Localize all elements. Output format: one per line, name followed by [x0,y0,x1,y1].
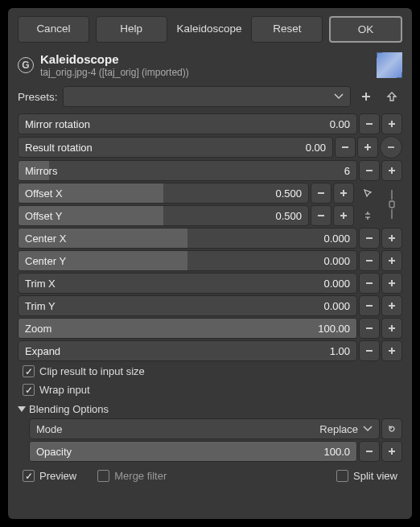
preset-manage-button[interactable] [381,86,402,107]
trim-x-label: Trim X [25,278,323,290]
offset-x-row: Offset X 0.500 [18,183,354,204]
merge-filter-label: Merge filter [114,470,167,482]
plus-button[interactable] [381,250,402,271]
minus-button[interactable] [311,205,331,226]
mirror-rotation-value: 0.00 [330,118,350,130]
offset-y-label: Offset Y [25,210,275,222]
dialog-title: Kaleidoscope [40,52,370,67]
expand-slider[interactable]: Expand 1.00 [18,340,357,361]
minus-button[interactable] [359,318,380,339]
trim-x-row: Trim X 0.000 [18,273,402,294]
plus-button[interactable] [381,295,402,316]
presets-row: Presets: [18,86,402,107]
header-text: Kaleidoscope taj_orig.jpg-4 ([taj_orig] … [40,52,370,78]
wrap-checkbox-row[interactable]: Wrap input [18,381,402,398]
offset-tools [357,183,378,226]
preset-add-button[interactable] [356,86,377,107]
plus-button[interactable] [333,205,354,226]
pick-point-button[interactable] [357,183,378,204]
plus-button[interactable] [381,160,402,181]
clip-label: Clip result to input size [39,365,145,377]
reset-button[interactable]: Reset [251,16,323,43]
minus-button[interactable] [359,273,380,294]
blending-header[interactable]: Blending Options [18,400,402,417]
preview-thumbnail[interactable] [377,52,402,78]
preview-checkbox[interactable] [23,470,35,482]
plus-button[interactable] [381,228,402,249]
blending-heading: Blending Options [29,403,109,415]
disclosure-triangle-icon [18,406,26,412]
chain-link-button[interactable] [381,183,402,226]
offset-x-label: Offset X [25,187,275,200]
opacity-row: Opacity 100.0 [29,441,402,462]
clip-checkbox-row[interactable]: Clip result to input size [18,363,402,380]
cancel-button[interactable]: Cancel [18,16,89,43]
plus-button[interactable] [381,340,402,361]
plus-button[interactable] [333,183,354,204]
center-y-row: Center Y 0.000 [18,250,402,271]
mirror-rotation-label: Mirror rotation [25,118,330,130]
minus-button[interactable] [359,250,380,271]
trim-x-slider[interactable]: Trim X 0.000 [18,273,357,294]
filter-name-button[interactable]: Kaleidoscope [174,16,245,43]
result-rotation-slider[interactable]: Result rotation 0.00 [18,137,333,158]
plus-button[interactable] [381,113,402,134]
clip-checkbox[interactable] [23,365,35,377]
wrap-label: Wrap input [39,384,90,396]
dialog-panel: Cancel Help Kaleidoscope Reset OK G Kale… [8,8,412,519]
minus-button[interactable] [311,183,331,204]
mode-dropdown[interactable]: Mode Replace [29,418,380,439]
plus-button[interactable] [357,137,378,158]
merge-filter-checkbox[interactable] [97,470,109,482]
split-view-checkbox[interactable] [336,470,348,482]
opacity-value: 100.0 [323,446,350,458]
offset-x-value: 0.500 [275,187,302,200]
split-view-label: Split view [353,470,397,482]
svg-rect-0 [389,201,394,208]
mirror-rotation-slider[interactable]: Mirror rotation 0.00 [18,113,357,134]
trim-y-slider[interactable]: Trim Y 0.000 [18,295,357,316]
minus-button[interactable] [359,295,380,316]
plus-button[interactable] [381,318,402,339]
zoom-value: 100.00 [318,323,350,335]
mirrors-label: Mirrors [25,165,344,177]
wrap-checkbox[interactable] [23,384,35,396]
dialog-button-bar: Cancel Help Kaleidoscope Reset OK [18,16,402,43]
ok-button[interactable]: OK [329,16,402,43]
mirror-rotation-row: Mirror rotation 0.00 [18,113,402,134]
expand-row: Expand 1.00 [18,340,402,361]
minus-button[interactable] [335,137,356,158]
minus-button[interactable] [359,340,380,361]
plus-button[interactable] [381,441,402,462]
center-x-label: Center X [25,233,323,245]
offset-x-slider[interactable]: Offset X 0.500 [18,183,309,204]
expand-label: Expand [25,345,330,357]
help-button[interactable]: Help [96,16,167,43]
expand-value: 1.00 [330,345,350,357]
center-x-slider[interactable]: Center X 0.000 [18,228,357,249]
offset-y-value: 0.500 [275,210,302,222]
center-y-slider[interactable]: Center Y 0.000 [18,250,357,271]
minus-button[interactable] [359,441,380,462]
minus-button[interactable] [359,228,380,249]
minus-button[interactable] [359,113,380,134]
presets-dropdown[interactable] [63,86,351,107]
mode-reset-button[interactable] [381,418,402,439]
offset-y-slider[interactable]: Offset Y 0.500 [18,205,309,226]
result-rotation-label: Result rotation [25,142,306,154]
link-axis-button[interactable] [357,205,378,226]
mirrors-slider[interactable]: Mirrors 6 [18,160,357,181]
rotation-link-button[interactable] [380,136,402,159]
center-x-row: Center X 0.000 [18,228,402,249]
center-x-value: 0.000 [323,233,350,245]
trim-y-value: 0.000 [323,300,350,312]
plus-button[interactable] [381,273,402,294]
offset-group: Offset X 0.500 Offset Y 0.500 [18,183,402,226]
zoom-slider[interactable]: Zoom 100.00 [18,318,357,339]
footer-row: Preview Merge filter Split view [18,463,402,482]
minus-button[interactable] [359,160,380,181]
opacity-slider[interactable]: Opacity 100.0 [29,441,357,462]
trim-y-row: Trim Y 0.000 [18,295,402,316]
zoom-label: Zoom [25,323,318,335]
result-rotation-value: 0.00 [306,142,326,154]
